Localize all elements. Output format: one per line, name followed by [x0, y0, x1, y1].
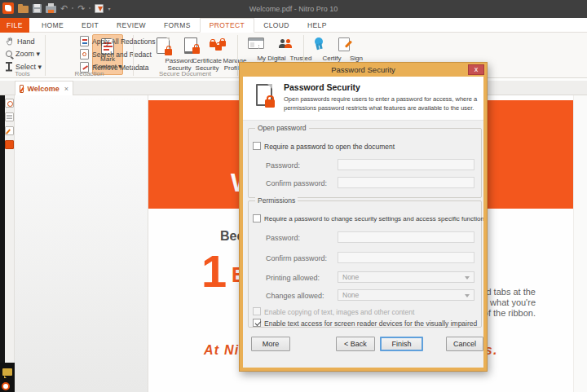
- enable-copying-label: Enable copying of text, images and other…: [264, 308, 414, 316]
- more-button[interactable]: More: [251, 337, 290, 351]
- select-mode-icon[interactable]: [95, 4, 104, 13]
- changes-allowed-label: Changes allowed:: [266, 292, 324, 300]
- redo-dropdown[interactable]: [89, 7, 90, 9]
- tab-protect[interactable]: PROTECT: [200, 18, 254, 33]
- redaction-caption: Redaction: [46, 70, 133, 77]
- document-tab-welcome[interactable]: Welcome ×: [15, 81, 73, 95]
- changes-allowed-select[interactable]: None: [338, 289, 474, 301]
- tab-file[interactable]: FILE: [0, 18, 29, 33]
- comment-icon[interactable]: [2, 368, 12, 376]
- ribbon-group-redaction: Mark Content ▾ Apply All Redactions Sear…: [46, 33, 133, 78]
- hand-tool[interactable]: Hand: [6, 37, 35, 46]
- navigation-panel: [15, 95, 148, 392]
- cancel-button[interactable]: Cancel: [446, 337, 483, 351]
- perm-password-field-label: Password:: [266, 234, 300, 242]
- tab-review[interactable]: REVIEW: [108, 18, 155, 33]
- enable-screen-reader-label: Enable text access for screen reader dev…: [264, 319, 477, 328]
- zoom-label: Zoom ▾: [15, 50, 40, 58]
- zoom-icon: [6, 51, 12, 57]
- tab-cloud[interactable]: CLOUD: [254, 18, 298, 33]
- permissions-group-label: Permissions: [255, 196, 298, 205]
- step-number: 1: [201, 249, 227, 294]
- back-button[interactable]: < Back: [336, 337, 375, 351]
- hand-label: Hand: [17, 37, 35, 46]
- nitro-logo: [2, 2, 14, 14]
- open-confirm-field-label: Confirm password:: [266, 179, 327, 187]
- printing-allowed-select[interactable]: None: [338, 271, 474, 283]
- open-password-group-label: Open password: [255, 124, 309, 132]
- dialog-lock-icon: [256, 84, 272, 106]
- perm-confirm-input[interactable]: [338, 252, 474, 263]
- manage-profiles-button[interactable]: Manage Profiles: [202, 34, 235, 73]
- signature-icon[interactable]: [5, 126, 14, 135]
- open-confirm-input[interactable]: [338, 177, 474, 188]
- require-permissions-password-checkbox[interactable]: [253, 214, 261, 222]
- select-label: Select ▾: [15, 63, 42, 71]
- open-password-field-label: Password:: [266, 161, 300, 170]
- titlebar: ↶ ↷ ▾ Welcome.pdf - Nitro Pro 10: [0, 0, 587, 18]
- secure-caption: Secure Document: [134, 70, 236, 77]
- id-card-icon: [248, 37, 264, 49]
- perm-password-input[interactable]: [338, 231, 474, 243]
- printing-allowed-label: Printing allowed:: [266, 274, 320, 282]
- close-icon[interactable]: x: [468, 64, 484, 75]
- ribbon-group-tools: Hand Zoom ▾ Select ▾ Tools: [0, 33, 45, 78]
- perm-confirm-field-label: Confirm password:: [266, 254, 327, 262]
- save-icon[interactable]: [33, 4, 42, 13]
- password-security-icon: [157, 37, 170, 54]
- zoom-tool[interactable]: Zoom ▾: [6, 50, 40, 58]
- redo-icon[interactable]: ↷: [77, 2, 85, 14]
- window-title: Welcome.pdf - Nitro Pro 10: [249, 0, 338, 18]
- tools-caption: Tools: [0, 70, 45, 77]
- ribbon-tab-row: FILE HOME EDIT REVIEW FORMS PROTECT CLOU…: [0, 18, 587, 33]
- open-folder-icon[interactable]: [18, 6, 29, 13]
- print-icon[interactable]: [46, 6, 56, 13]
- enable-copying-checkbox[interactable]: [253, 307, 261, 315]
- undo-dropdown[interactable]: [72, 7, 73, 9]
- document-tab-label: Welcome: [27, 85, 59, 93]
- welcome-doc-icon: [20, 85, 24, 93]
- sign-icon: [338, 37, 350, 51]
- app-window: ↶ ↷ ▾ Welcome.pdf - Nitro Pro 10 FILE HO…: [0, 0, 587, 392]
- ribbon-group-secure: Password Security Certificate Security M…: [134, 33, 236, 78]
- grid-icon[interactable]: [5, 112, 14, 121]
- dialog-header: Password Security Open passwords require…: [243, 77, 483, 121]
- select-mode-caret[interactable]: ▾: [108, 6, 110, 11]
- bookmark-icon[interactable]: [5, 140, 14, 149]
- certify-icon: [314, 37, 324, 51]
- enable-screen-reader-checkbox[interactable]: [253, 319, 261, 327]
- password-security-dialog: Password Security x Password Security Op…: [239, 62, 488, 372]
- tab-help[interactable]: HELP: [298, 18, 336, 33]
- require-open-password-label: Require a password to open the document: [264, 143, 395, 151]
- manage-profiles-icon: [210, 37, 227, 54]
- sign-label: Sign: [344, 55, 369, 63]
- search-redact-icon: [80, 49, 89, 59]
- dialog-body: Password Security Open passwords require…: [243, 77, 483, 368]
- tab-edit[interactable]: EDIT: [73, 18, 108, 33]
- document-tab-close-icon[interactable]: ×: [64, 85, 68, 93]
- open-password-input[interactable]: [338, 159, 474, 170]
- right-margin: [573, 95, 587, 392]
- search-pages-icon[interactable]: [5, 99, 14, 108]
- require-open-password-checkbox[interactable]: [253, 142, 261, 150]
- tab-home[interactable]: HOME: [33, 18, 73, 33]
- undo-icon[interactable]: ↶: [60, 2, 68, 14]
- quick-access-toolbar: ↶ ↷ ▾: [2, 2, 110, 14]
- apply-redactions-icon: [80, 36, 89, 46]
- certificate-security-icon: [184, 37, 197, 54]
- trusted-contacts-icon: [279, 37, 294, 48]
- hand-icon: [6, 37, 14, 46]
- dialog-title: Password Security: [240, 63, 487, 77]
- tab-forms[interactable]: FORMS: [155, 18, 200, 33]
- left-sidebar: [5, 95, 15, 392]
- dialog-header-desc: Open passwords require users to enter a …: [284, 95, 477, 112]
- finish-button[interactable]: Finish: [380, 337, 423, 351]
- dialog-header-title: Password Security: [284, 82, 360, 92]
- stamp-icon[interactable]: [2, 382, 10, 390]
- require-permissions-password-label: Require a password to change security se…: [264, 215, 483, 222]
